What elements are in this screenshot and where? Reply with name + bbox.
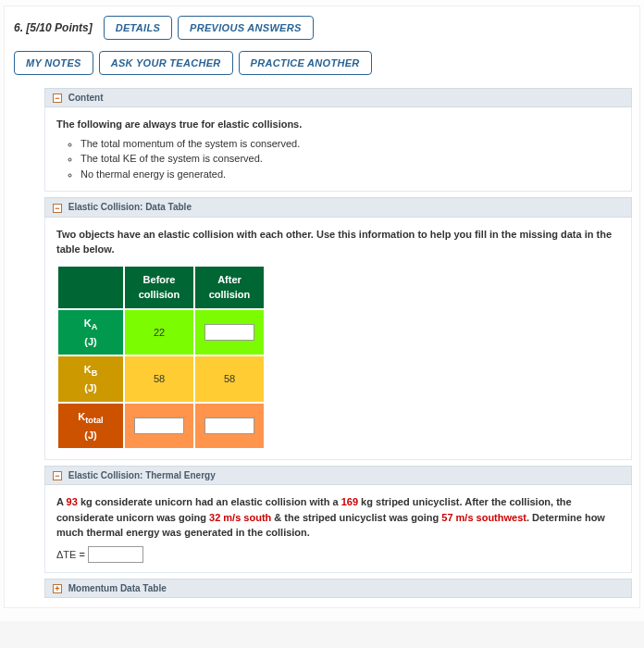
content-section-bar[interactable]: − Content bbox=[44, 88, 632, 107]
kt-after-input[interactable] bbox=[204, 417, 254, 434]
ka-before: 22 bbox=[124, 309, 194, 355]
thermal-section-bar[interactable]: − Elastic Collision: Thermal Energy bbox=[44, 466, 632, 485]
q6-header-row2: MY NOTES ASK YOUR TEACHER PRACTICE ANOTH… bbox=[12, 47, 632, 82]
thermal-text: A 93 kg considerate unicorn had an elast… bbox=[56, 496, 605, 538]
list-item: The total KE of the system is conserved. bbox=[80, 151, 620, 167]
momentum-section-bar[interactable]: + Momentum Data Table bbox=[44, 579, 632, 598]
th-after: After collision bbox=[194, 266, 265, 309]
datatable-section-bar[interactable]: − Elastic Collision: Data Table bbox=[44, 197, 632, 217]
content-list: The total momentum of the system is cons… bbox=[80, 136, 620, 182]
th-blank bbox=[57, 266, 124, 309]
ka-label: KA(J) bbox=[57, 309, 124, 355]
details-button[interactable]: DETAILS bbox=[104, 16, 172, 40]
th-before: Before collision bbox=[124, 266, 194, 309]
list-item: The total momentum of the system is cons… bbox=[80, 136, 620, 152]
datatable-title: Elastic Collision: Data Table bbox=[68, 202, 192, 212]
delta-te-label: ΔTE = bbox=[56, 549, 85, 560]
ka-after-input[interactable] bbox=[204, 324, 254, 341]
content-lead: The following are always true for elasti… bbox=[56, 117, 620, 132]
datatable-prompt: Two objects have an elastic collision wi… bbox=[56, 227, 620, 257]
kt-before-cell bbox=[124, 403, 194, 449]
kb-after: 58 bbox=[194, 355, 265, 402]
kb-label: KB(J) bbox=[57, 355, 124, 402]
collapse-icon[interactable]: − bbox=[53, 93, 62, 103]
row-kt: Ktotal(J) bbox=[57, 403, 265, 449]
datatable-body: Two objects have an elastic collision wi… bbox=[44, 218, 632, 460]
my-notes-button[interactable]: MY NOTES bbox=[14, 51, 93, 75]
content-body: The following are always true for elasti… bbox=[44, 107, 632, 192]
kinetic-energy-table: Before collision After collision KA(J) 2… bbox=[56, 265, 266, 450]
previous-answers-button[interactable]: PREVIOUS ANSWERS bbox=[178, 16, 314, 40]
expand-icon[interactable]: + bbox=[53, 584, 62, 593]
ka-after-cell bbox=[194, 309, 265, 355]
list-item: No thermal energy is generated. bbox=[80, 167, 620, 182]
momentum-title: Momentum Data Table bbox=[68, 583, 167, 593]
kt-after-cell bbox=[194, 403, 265, 449]
collapse-icon[interactable]: − bbox=[53, 204, 62, 213]
kb-before: 58 bbox=[124, 355, 194, 402]
kt-before-input[interactable] bbox=[134, 417, 184, 434]
content-title: Content bbox=[68, 93, 104, 103]
q6-points: [5/10 Points] bbox=[26, 21, 92, 34]
delta-te-input[interactable] bbox=[88, 546, 143, 563]
thermal-title: Elastic Collision: Thermal Energy bbox=[68, 470, 216, 480]
kt-label: Ktotal(J) bbox=[57, 403, 124, 449]
q6-header-row1: 6. [5/10 Points] DETAILS PREVIOUS ANSWER… bbox=[12, 12, 632, 47]
q6-title: 6. [5/10 Points] bbox=[14, 21, 93, 34]
thermal-body: A 93 kg considerate unicorn had an elast… bbox=[44, 485, 632, 573]
collapse-icon[interactable]: − bbox=[53, 471, 62, 480]
row-kb: KB(J) 58 58 bbox=[57, 355, 265, 402]
question-6: 6. [5/10 Points] DETAILS PREVIOUS ANSWER… bbox=[4, 6, 640, 608]
gap bbox=[0, 621, 644, 648]
q6-body: − Content The following are always true … bbox=[44, 88, 632, 598]
ask-teacher-button[interactable]: ASK YOUR TEACHER bbox=[99, 51, 233, 75]
row-ka: KA(J) 22 bbox=[57, 309, 265, 355]
delta-te-row: ΔTE = bbox=[56, 546, 620, 563]
practice-another-button[interactable]: PRACTICE ANOTHER bbox=[239, 51, 372, 75]
q6-number: 6. bbox=[14, 21, 23, 34]
